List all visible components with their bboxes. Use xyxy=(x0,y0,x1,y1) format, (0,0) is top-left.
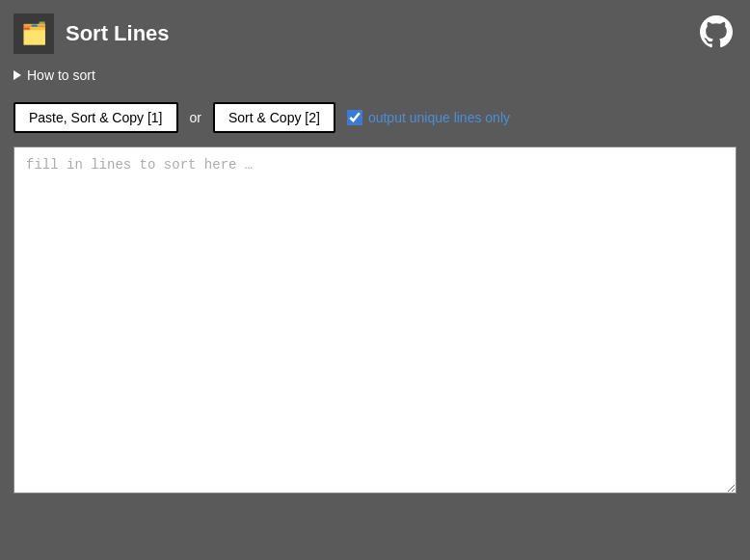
unique-lines-label[interactable]: output unique lines only xyxy=(368,110,510,125)
app-title: Sort Lines xyxy=(66,21,170,46)
unique-lines-checkbox-area: output unique lines only xyxy=(347,110,510,125)
github-icon xyxy=(700,15,733,48)
expand-triangle-icon xyxy=(13,70,21,80)
or-text: or xyxy=(190,110,201,125)
textarea-container xyxy=(0,147,750,511)
how-to-sort-toggle[interactable]: How to sort xyxy=(0,64,750,94)
app-header: 🗂️ Sort Lines xyxy=(0,0,750,64)
controls-row: Paste, Sort & Copy [1] or Sort & Copy [2… xyxy=(0,94,750,147)
github-link[interactable] xyxy=(700,15,733,52)
sort-textarea[interactable] xyxy=(13,147,737,493)
header-left: 🗂️ Sort Lines xyxy=(13,13,170,54)
unique-lines-checkbox[interactable] xyxy=(347,110,362,125)
how-to-sort-label: How to sort xyxy=(27,67,95,83)
app-icon: 🗂️ xyxy=(13,13,54,54)
sort-copy-button[interactable]: Sort & Copy [2] xyxy=(213,102,335,133)
paste-sort-copy-button[interactable]: Paste, Sort & Copy [1] xyxy=(13,102,178,133)
